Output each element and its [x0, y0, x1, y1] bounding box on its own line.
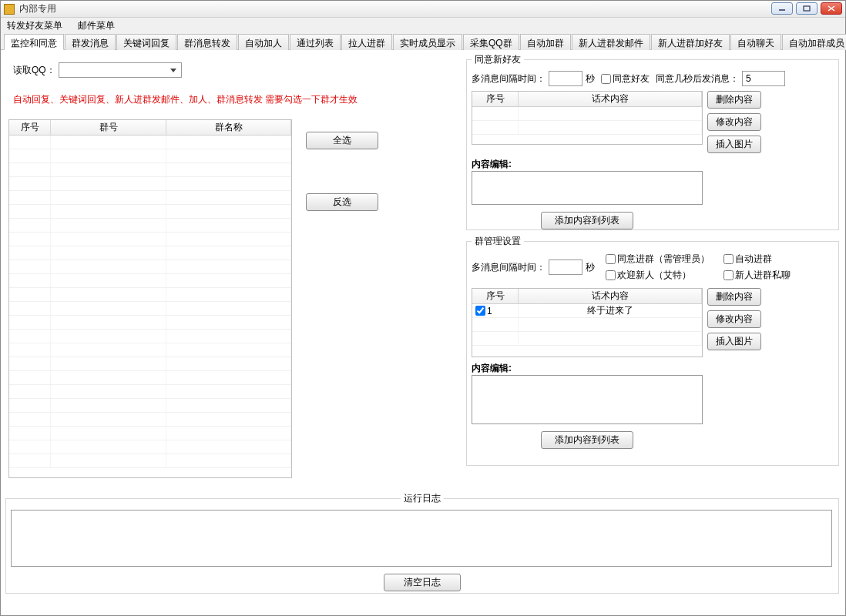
log-panel: 运行日志 清空日志	[5, 492, 839, 594]
welcome-new-checkbox[interactable]	[606, 270, 616, 280]
tab-newcomer-addfriend[interactable]: 新人进群加好友	[651, 34, 730, 50]
maximize-button[interactable]	[796, 2, 817, 15]
tab-content: 读取QQ： 自动回复、关键词回复、新人进群发邮件、加人、群消息转发 需要勾选一下…	[1, 50, 845, 615]
group-row-checkbox[interactable]	[475, 306, 485, 316]
group-manage-legend: 群管理设置	[472, 235, 524, 248]
agree-friend-checkbox-label: 同意好友	[613, 72, 650, 85]
newcomer-private-label: 新人进群私聊	[735, 269, 791, 282]
group-table[interactable]: 序号 群号 群名称	[8, 119, 292, 478]
auto-join-group-label: 自动进群	[735, 253, 772, 266]
group-row-content: 终于进来了	[519, 304, 702, 317]
agree-friend-legend: 同意新好友	[472, 53, 524, 66]
group-modify-button[interactable]: 修改内容	[707, 310, 761, 328]
table-row: 1 终于进来了	[472, 304, 702, 318]
agree-join-group-checkbox[interactable]	[606, 254, 616, 264]
friend-col-content: 话术内容	[519, 92, 702, 106]
tab-monitor-agree[interactable]: 监控和同意	[4, 34, 64, 50]
tab-collect-qq[interactable]: 采集QQ群	[463, 34, 519, 50]
tab-mass-send[interactable]: 群发消息	[65, 34, 116, 50]
friend-script-table[interactable]: 序号 话术内容	[472, 91, 703, 145]
friend-delete-button[interactable]: 删除内容	[707, 91, 761, 109]
log-legend: 运行日志	[401, 492, 444, 505]
read-qq-label: 读取QQ：	[13, 64, 55, 77]
group-interval-input[interactable]	[549, 259, 582, 275]
friend-sec-label: 秒	[586, 72, 595, 85]
tab-group-forward[interactable]: 群消息转发	[177, 34, 237, 50]
group-row-seq: 1	[487, 306, 492, 316]
menu-forward-friend[interactable]: 转发好友菜单	[4, 18, 65, 34]
friend-insert-img-button[interactable]: 插入图片	[707, 136, 761, 153]
col-group-name: 群名称	[166, 120, 291, 135]
group-interval-label: 多消息间隔时间：	[472, 261, 546, 274]
agree-after-input[interactable]	[742, 71, 785, 86]
log-textarea[interactable]	[11, 510, 832, 567]
group-insert-img-button[interactable]: 插入图片	[707, 333, 761, 350]
friend-interval-label: 多消息间隔时间：	[472, 72, 546, 85]
group-col-content: 话术内容	[519, 289, 702, 303]
group-table-body	[9, 136, 291, 477]
menubar: 转发好友菜单 邮件菜单	[1, 18, 845, 33]
app-window: 内部专用 转发好友菜单 邮件菜单 监控和同意 群发消息 关键词回复 群消息转发 …	[0, 0, 846, 616]
agree-friend-checkbox[interactable]	[601, 74, 611, 84]
minimize-button[interactable]	[771, 2, 793, 15]
tab-keyword-reply[interactable]: 关键词回复	[116, 34, 176, 50]
group-manage-panel: 群管理设置 多消息间隔时间： 秒 同意进群（需管理员） 欢迎新人（艾特） 自动进…	[466, 235, 839, 466]
invert-select-button[interactable]: 反选	[306, 193, 378, 211]
group-add-button[interactable]: 添加内容到列表	[541, 431, 633, 449]
read-qq-select[interactable]	[59, 62, 182, 78]
group-content-edit-label: 内容编辑:	[472, 362, 834, 375]
window-controls	[771, 2, 842, 15]
group-col-seq: 序号	[472, 289, 519, 303]
friend-interval-input[interactable]	[549, 71, 582, 86]
agree-after-label: 同意几秒后发消息：	[656, 72, 739, 85]
clear-log-button[interactable]: 清空日志	[384, 574, 461, 591]
tab-realtime-member[interactable]: 实时成员显示	[393, 34, 462, 50]
group-sec-label: 秒	[586, 261, 595, 274]
agree-join-group-label: 同意进群（需管理员）	[617, 253, 710, 266]
agree-friend-panel: 同意新好友 多消息间隔时间： 秒 同意好友 同意几秒后发消息： 序号 话术内容	[466, 53, 839, 230]
friend-col-seq: 序号	[472, 92, 519, 106]
friend-content-edit-label: 内容编辑:	[472, 158, 834, 171]
window-title: 内部专用	[19, 2, 56, 15]
titlebar: 内部专用	[1, 1, 845, 18]
group-content-textarea[interactable]	[472, 375, 703, 424]
welcome-new-label: 欢迎新人（艾特）	[617, 269, 691, 282]
friend-content-textarea[interactable]	[472, 171, 703, 205]
tabstrip: 监控和同意 群发消息 关键词回复 群消息转发 自动加人 通过列表 拉人进群 实时…	[1, 33, 845, 50]
newcomer-private-checkbox[interactable]	[723, 270, 734, 280]
group-script-table[interactable]: 序号 话术内容 1 终于进来了	[472, 288, 703, 357]
tab-pass-list[interactable]: 通过列表	[290, 34, 341, 50]
tab-newcomer-mail[interactable]: 新人进群发邮件	[572, 34, 650, 50]
tab-auto-join-group[interactable]: 自动加群	[520, 34, 571, 50]
tab-auto-add[interactable]: 自动加人	[238, 34, 289, 50]
close-button[interactable]	[821, 2, 842, 15]
col-group-no: 群号	[51, 120, 166, 135]
red-warning-note: 自动回复、关键词回复、新人进群发邮件、加人、群消息转发 需要勾选一下群才生效	[13, 93, 358, 106]
select-all-button[interactable]: 全选	[306, 132, 378, 149]
tab-auto-chat[interactable]: 自动聊天	[730, 34, 781, 50]
read-qq-row: 读取QQ：	[13, 62, 182, 78]
app-icon	[4, 4, 15, 15]
friend-add-button[interactable]: 添加内容到列表	[541, 212, 633, 229]
col-seq: 序号	[9, 120, 51, 135]
tab-pull-group[interactable]: 拉人进群	[341, 34, 392, 50]
friend-modify-button[interactable]: 修改内容	[707, 113, 761, 131]
menu-mail[interactable]: 邮件菜单	[75, 18, 118, 34]
group-delete-button[interactable]: 删除内容	[707, 288, 761, 306]
svg-rect-1	[804, 6, 810, 11]
auto-join-group-checkbox[interactable]	[723, 254, 734, 264]
tab-auto-add-member[interactable]: 自动加群成员	[782, 34, 846, 50]
